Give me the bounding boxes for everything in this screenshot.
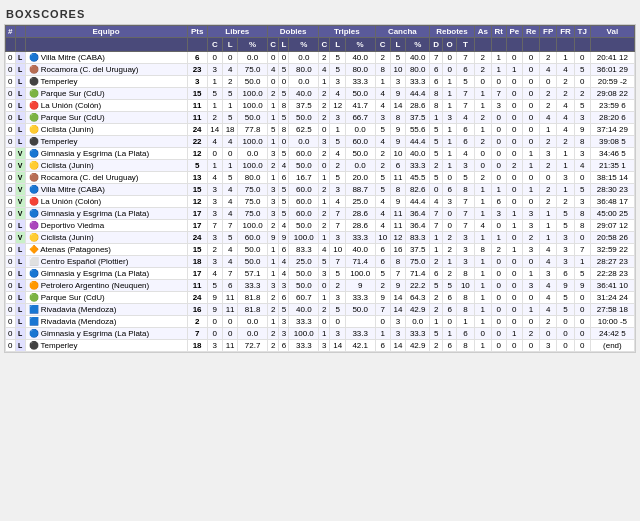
cell-rt: 0 (491, 172, 506, 184)
cell-rt: 0 (491, 76, 506, 88)
cell-dod: 8 (456, 304, 474, 316)
col-dot-sub: D (430, 38, 443, 52)
cell-dpct: 50.0 (289, 268, 319, 280)
cell-team: 🔵 Gimnasia y Esgrima (La Plata) (25, 148, 187, 160)
cell-tl: 3 (330, 328, 345, 340)
cell-num: 0 (6, 232, 16, 244)
cell-val: 37:14 29 (590, 124, 634, 136)
boxscores-table-wrapper: # Equipo Pts Libres Dobles Triples Canch… (4, 24, 636, 353)
cell-doo: 1 (443, 256, 457, 268)
cell-dc: 1 (267, 136, 278, 148)
cell-tpct: 50.0 (345, 304, 375, 316)
team-icon: 🔵 (29, 149, 39, 158)
cell-fp: 4 (540, 280, 557, 292)
cell-dod: 6 (456, 328, 474, 340)
cell-dl: 3 (279, 316, 289, 328)
cell-tj: 0 (574, 328, 590, 340)
cell-cpct: 45.5 (406, 172, 430, 184)
cell-pts: 22 (187, 136, 207, 148)
cell-rt: 2 (491, 244, 506, 256)
cell-ll: 4 (222, 196, 237, 208)
cell-ll: 5 (222, 232, 237, 244)
cell-fp: 2 (540, 316, 557, 328)
cell-re: 3 (523, 220, 540, 232)
cell-cc: 8 (375, 64, 390, 76)
cell-team: 🔵 Villa Mitre (CABA) (25, 52, 187, 64)
cell-as: 1 (474, 88, 491, 100)
cell-cpct: 44.4 (406, 136, 430, 148)
col-rt-sub (491, 38, 506, 52)
cell-as: 1 (474, 292, 491, 304)
cell-lpct: 75.0 (238, 208, 268, 220)
cell-ll: 2 (222, 76, 237, 88)
cell-tc: 0 (319, 124, 330, 136)
cell-fp: 1 (540, 208, 557, 220)
cell-lpct: 50.0 (238, 112, 268, 124)
cell-team: ⚫ Temperley (25, 136, 187, 148)
cell-dot: 1 (430, 112, 443, 124)
cell-tl: 7 (330, 256, 345, 268)
table-row: 0 L 🟦 Rivadavia (Mendoza) 16 9 11 81.8 2… (6, 304, 635, 316)
cell-dot: 7 (430, 220, 443, 232)
team-icon: 🔶 (29, 245, 39, 254)
cell-tc: 2 (319, 148, 330, 160)
cell-val: 36:48 17 (590, 196, 634, 208)
cell-val: 28:27 23 (590, 256, 634, 268)
cell-val: 36:01 29 (590, 64, 634, 76)
cell-re: 0 (523, 100, 540, 112)
cell-dl: 3 (279, 328, 289, 340)
cell-pts: 15 (187, 184, 207, 196)
cell-lpct: 75.0 (238, 196, 268, 208)
cell-as: 0 (474, 328, 491, 340)
cell-tc: 4 (319, 64, 330, 76)
cell-dpct: 60.0 (289, 196, 319, 208)
team-icon: 🔴 (29, 101, 39, 110)
cell-re: 0 (523, 52, 540, 64)
cell-lc: 0 (207, 316, 222, 328)
col-fp-sub (540, 38, 557, 52)
cell-dc: 1 (267, 316, 278, 328)
cell-pe: 0 (506, 268, 523, 280)
cell-tc: 1 (319, 328, 330, 340)
cell-tj: 2 (574, 88, 590, 100)
cell-as: 8 (474, 244, 491, 256)
cell-cl: 7 (390, 268, 405, 280)
team-icon: ⚫ (29, 137, 39, 146)
cell-val: 29:08 22 (590, 88, 634, 100)
cell-lv: L (15, 328, 25, 340)
cell-val: 10:00 -5 (590, 316, 634, 328)
cell-dpct: 37.5 (289, 100, 319, 112)
cell-dot: 2 (430, 304, 443, 316)
cell-doo: 1 (443, 76, 457, 88)
cell-tj: 9 (574, 124, 590, 136)
col-rt-header: Rt (491, 26, 506, 38)
cell-num: 0 (6, 196, 16, 208)
cell-doo: 1 (443, 136, 457, 148)
cell-tj: 0 (574, 304, 590, 316)
cell-lpct: 50.0 (238, 256, 268, 268)
cell-lc: 3 (207, 256, 222, 268)
cell-rt: 3 (491, 100, 506, 112)
col-fr-sub (557, 38, 575, 52)
cell-cpct: 42.9 (406, 340, 430, 352)
cell-team: 🟠 Petrolero Argentino (Neuquen) (25, 280, 187, 292)
cell-dc: 3 (267, 280, 278, 292)
cell-lv: L (15, 220, 25, 232)
cell-re: 0 (523, 64, 540, 76)
cell-as: 1 (474, 280, 491, 292)
cell-team: ⚫ Temperley (25, 340, 187, 352)
cell-cpct: 0.0 (406, 316, 430, 328)
cell-cpct: 83.3 (406, 232, 430, 244)
col-cc-sub: C (375, 38, 390, 52)
team-icon: ⚫ (29, 77, 39, 86)
cell-tl: 0 (330, 316, 345, 328)
cell-pe: 0 (506, 340, 523, 352)
cell-dod: 8 (456, 340, 474, 352)
cell-dod: 4 (456, 148, 474, 160)
cell-dc: 2 (267, 304, 278, 316)
table-row: 0 V 🔴 La Unión (Colón) 12 3 4 75.0 3 5 6… (6, 196, 635, 208)
cell-tpct: 50.0 (345, 88, 375, 100)
table-row: 0 V 🔵 Villa Mitre (CABA) 15 3 4 75.0 3 5… (6, 184, 635, 196)
cell-tl: 7 (330, 220, 345, 232)
cell-pts: 11 (187, 100, 207, 112)
